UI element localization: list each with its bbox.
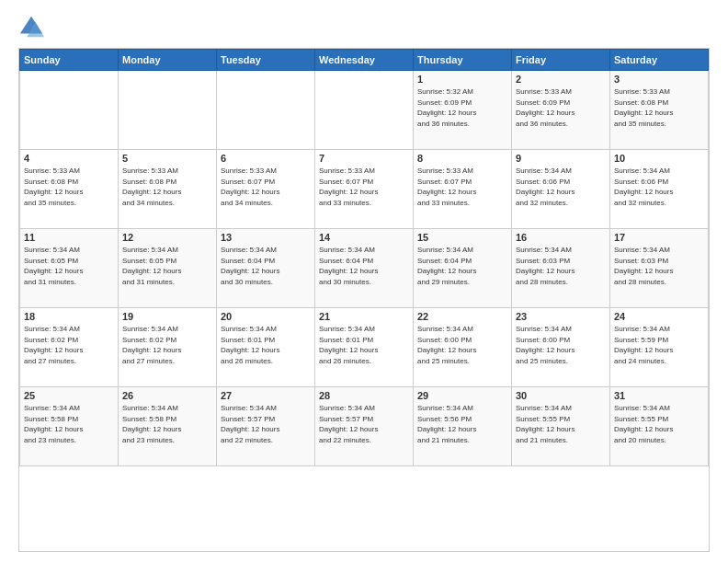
calendar-cell: [119, 71, 217, 150]
calendar-header: SundayMondayTuesdayWednesdayThursdayFrid…: [20, 50, 709, 71]
day-info: Sunrise: 5:34 AM Sunset: 5:55 PM Dayligh…: [516, 403, 606, 445]
day-info: Sunrise: 5:34 AM Sunset: 6:01 PM Dayligh…: [319, 324, 409, 366]
day-info: Sunrise: 5:34 AM Sunset: 5:56 PM Dayligh…: [417, 403, 507, 445]
day-number: 26: [122, 390, 212, 401]
calendar-cell: 27Sunrise: 5:34 AM Sunset: 5:57 PM Dayli…: [217, 387, 315, 466]
day-number: 15: [417, 232, 507, 243]
day-info: Sunrise: 5:34 AM Sunset: 6:03 PM Dayligh…: [614, 245, 704, 287]
day-number: 6: [221, 153, 311, 164]
calendar-cell: 20Sunrise: 5:34 AM Sunset: 6:01 PM Dayli…: [217, 308, 315, 387]
day-info: Sunrise: 5:34 AM Sunset: 6:00 PM Dayligh…: [516, 324, 606, 366]
day-info: Sunrise: 5:34 AM Sunset: 6:00 PM Dayligh…: [417, 324, 507, 366]
calendar-table: SundayMondayTuesdayWednesdayThursdayFrid…: [19, 49, 709, 466]
day-info: Sunrise: 5:34 AM Sunset: 5:57 PM Dayligh…: [221, 403, 311, 445]
day-info: Sunrise: 5:34 AM Sunset: 6:05 PM Dayligh…: [122, 245, 212, 287]
day-info: Sunrise: 5:33 AM Sunset: 6:09 PM Dayligh…: [516, 86, 606, 129]
calendar-cell: [20, 71, 119, 150]
calendar-cell: 1Sunrise: 5:32 AM Sunset: 6:09 PM Daylig…: [414, 71, 512, 150]
calendar-cell: 25Sunrise: 5:34 AM Sunset: 5:58 PM Dayli…: [20, 387, 119, 466]
day-number: 13: [221, 232, 311, 243]
day-number: 22: [417, 311, 507, 322]
day-info: Sunrise: 5:32 AM Sunset: 6:09 PM Dayligh…: [417, 86, 507, 129]
day-info: Sunrise: 5:33 AM Sunset: 6:08 PM Dayligh…: [122, 166, 212, 208]
day-number: 19: [122, 311, 212, 322]
day-number: 14: [319, 232, 409, 243]
calendar-cell: 9Sunrise: 5:34 AM Sunset: 6:06 PM Daylig…: [512, 150, 610, 229]
day-info: Sunrise: 5:34 AM Sunset: 6:04 PM Dayligh…: [221, 245, 311, 287]
day-info: Sunrise: 5:33 AM Sunset: 6:07 PM Dayligh…: [417, 166, 507, 208]
day-number: 24: [614, 311, 704, 322]
calendar-week-row: 18Sunrise: 5:34 AM Sunset: 6:02 PM Dayli…: [20, 308, 709, 387]
calendar-week-row: 25Sunrise: 5:34 AM Sunset: 5:58 PM Dayli…: [20, 387, 709, 466]
day-number: 7: [319, 153, 409, 164]
day-number: 1: [417, 74, 507, 85]
day-number: 3: [614, 74, 704, 85]
day-info: Sunrise: 5:34 AM Sunset: 6:02 PM Dayligh…: [24, 324, 114, 366]
day-number: 30: [516, 390, 606, 401]
day-number: 25: [24, 390, 114, 401]
day-info: Sunrise: 5:34 AM Sunset: 6:04 PM Dayligh…: [417, 245, 507, 287]
calendar-cell: 29Sunrise: 5:34 AM Sunset: 5:56 PM Dayli…: [414, 387, 512, 466]
day-info: Sunrise: 5:34 AM Sunset: 5:58 PM Dayligh…: [24, 403, 114, 445]
calendar-body: 1Sunrise: 5:32 AM Sunset: 6:09 PM Daylig…: [20, 71, 709, 466]
calendar: SundayMondayTuesdayWednesdayThursdayFrid…: [18, 48, 710, 552]
day-info: Sunrise: 5:34 AM Sunset: 6:05 PM Dayligh…: [24, 245, 114, 287]
calendar-cell: 11Sunrise: 5:34 AM Sunset: 6:05 PM Dayli…: [20, 229, 119, 308]
calendar-cell: 16Sunrise: 5:34 AM Sunset: 6:03 PM Dayli…: [512, 229, 610, 308]
day-number: 27: [221, 390, 311, 401]
weekday-header: Wednesday: [315, 50, 414, 71]
calendar-cell: 3Sunrise: 5:33 AM Sunset: 6:08 PM Daylig…: [610, 71, 709, 150]
calendar-cell: 14Sunrise: 5:34 AM Sunset: 6:04 PM Dayli…: [315, 229, 414, 308]
weekday-header: Saturday: [610, 50, 709, 71]
calendar-cell: 18Sunrise: 5:34 AM Sunset: 6:02 PM Dayli…: [20, 308, 119, 387]
day-info: Sunrise: 5:34 AM Sunset: 5:58 PM Dayligh…: [122, 403, 212, 445]
calendar-cell: [315, 71, 414, 150]
calendar-cell: 5Sunrise: 5:33 AM Sunset: 6:08 PM Daylig…: [119, 150, 217, 229]
day-info: Sunrise: 5:34 AM Sunset: 6:01 PM Dayligh…: [221, 324, 311, 366]
day-number: 18: [24, 311, 114, 322]
day-number: 9: [516, 153, 606, 164]
day-number: 10: [614, 153, 704, 164]
header-row: SundayMondayTuesdayWednesdayThursdayFrid…: [20, 50, 709, 71]
page: SundayMondayTuesdayWednesdayThursdayFrid…: [0, 0, 728, 563]
day-info: Sunrise: 5:34 AM Sunset: 5:57 PM Dayligh…: [319, 403, 409, 445]
weekday-header: Monday: [119, 50, 217, 71]
calendar-cell: 15Sunrise: 5:34 AM Sunset: 6:04 PM Dayli…: [414, 229, 512, 308]
calendar-cell: 17Sunrise: 5:34 AM Sunset: 6:03 PM Dayli…: [610, 229, 709, 308]
day-number: 31: [614, 390, 704, 401]
calendar-cell: 23Sunrise: 5:34 AM Sunset: 6:00 PM Dayli…: [512, 308, 610, 387]
calendar-week-row: 11Sunrise: 5:34 AM Sunset: 6:05 PM Dayli…: [20, 229, 709, 308]
day-number: 28: [319, 390, 409, 401]
day-info: Sunrise: 5:34 AM Sunset: 6:04 PM Dayligh…: [319, 245, 409, 287]
calendar-cell: 10Sunrise: 5:34 AM Sunset: 6:06 PM Dayli…: [610, 150, 709, 229]
day-number: 8: [417, 153, 507, 164]
day-info: Sunrise: 5:34 AM Sunset: 5:55 PM Dayligh…: [614, 403, 704, 445]
day-info: Sunrise: 5:34 AM Sunset: 6:06 PM Dayligh…: [614, 166, 704, 208]
calendar-cell: 19Sunrise: 5:34 AM Sunset: 6:02 PM Dayli…: [119, 308, 217, 387]
calendar-cell: 6Sunrise: 5:33 AM Sunset: 6:07 PM Daylig…: [217, 150, 315, 229]
weekday-header: Friday: [512, 50, 610, 71]
day-number: 5: [122, 153, 212, 164]
day-info: Sunrise: 5:33 AM Sunset: 6:08 PM Dayligh…: [614, 86, 704, 129]
calendar-cell: 31Sunrise: 5:34 AM Sunset: 5:55 PM Dayli…: [610, 387, 709, 466]
calendar-cell: 21Sunrise: 5:34 AM Sunset: 6:01 PM Dayli…: [315, 308, 414, 387]
weekday-header: Thursday: [414, 50, 512, 71]
calendar-cell: 30Sunrise: 5:34 AM Sunset: 5:55 PM Dayli…: [512, 387, 610, 466]
calendar-cell: 28Sunrise: 5:34 AM Sunset: 5:57 PM Dayli…: [315, 387, 414, 466]
day-info: Sunrise: 5:34 AM Sunset: 5:59 PM Dayligh…: [614, 324, 704, 366]
day-number: 11: [24, 232, 114, 243]
calendar-cell: [217, 71, 315, 150]
calendar-cell: 24Sunrise: 5:34 AM Sunset: 5:59 PM Dayli…: [610, 308, 709, 387]
calendar-cell: 12Sunrise: 5:34 AM Sunset: 6:05 PM Dayli…: [119, 229, 217, 308]
day-number: 2: [516, 74, 606, 85]
day-info: Sunrise: 5:34 AM Sunset: 6:06 PM Dayligh…: [516, 166, 606, 208]
day-number: 29: [417, 390, 507, 401]
calendar-week-row: 1Sunrise: 5:32 AM Sunset: 6:09 PM Daylig…: [20, 71, 709, 150]
weekday-header: Tuesday: [217, 50, 315, 71]
calendar-cell: 13Sunrise: 5:34 AM Sunset: 6:04 PM Dayli…: [217, 229, 315, 308]
day-number: 12: [122, 232, 212, 243]
header: [18, 15, 710, 40]
day-info: Sunrise: 5:33 AM Sunset: 6:08 PM Dayligh…: [24, 166, 114, 208]
calendar-cell: 7Sunrise: 5:33 AM Sunset: 6:07 PM Daylig…: [315, 150, 414, 229]
day-number: 21: [319, 311, 409, 322]
